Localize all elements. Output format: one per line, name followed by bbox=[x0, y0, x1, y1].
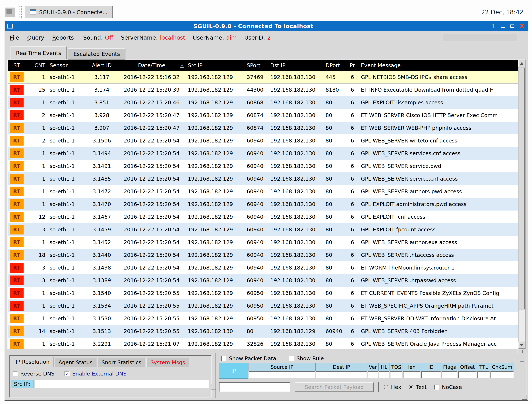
event-cell-src_ip: 192.168.182.129 bbox=[186, 96, 245, 109]
event-row[interactable]: RT3so-eth1-13.14592016-12-22 15:20:54192… bbox=[8, 223, 518, 236]
column-header-sport[interactable]: SPort bbox=[245, 60, 268, 71]
event-cell-dst_ip: 192.168.182.130 bbox=[268, 249, 323, 261]
hex-option[interactable]: Hex bbox=[384, 384, 401, 390]
rollup-button[interactable]: ↑ bbox=[491, 23, 496, 29]
event-row[interactable]: RT3so-eth1-13.13892016-12-22 15:20:54192… bbox=[8, 274, 518, 287]
tab-ip-resolution[interactable]: IP Resolution bbox=[12, 357, 53, 367]
window-menu-icon[interactable] bbox=[7, 24, 13, 28]
event-cell-alert_id: 3.907 bbox=[86, 122, 118, 134]
event-row[interactable]: RT1so-eth1-13.14912016-12-22 15:20:54192… bbox=[8, 160, 518, 172]
window-titlebar[interactable]: SGUIL-0.9.0 - Connected To localhost ↑ X bbox=[5, 21, 528, 31]
desktop-pager-icon[interactable] bbox=[5, 7, 15, 17]
event-row[interactable]: RT12so-eth1-13.14672016-12-22 15:20:5419… bbox=[8, 210, 518, 223]
tab-escalated-events[interactable]: Escalated Events bbox=[68, 48, 126, 59]
tab-system-msgs[interactable]: System Msgs bbox=[146, 358, 189, 367]
tab-realtime-events[interactable]: RealTime Events bbox=[11, 46, 67, 59]
hex-radio[interactable] bbox=[384, 385, 388, 390]
maximize-button[interactable] bbox=[510, 25, 514, 28]
event-cell-dst_ip: 192.168.182.130 bbox=[268, 210, 323, 223]
column-header-datetime[interactable]: Date/Time △ bbox=[118, 60, 186, 71]
status-badge: RT bbox=[10, 326, 24, 336]
text-option[interactable]: Text bbox=[409, 384, 427, 390]
sort-ascending-icon[interactable]: △ bbox=[180, 63, 184, 68]
event-row[interactable]: RT1so-eth1-13.15402016-12-22 15:20:55192… bbox=[8, 287, 518, 300]
show-packet-data-option[interactable]: Show Packet Data bbox=[221, 355, 276, 362]
nocase-option[interactable]: NoCase bbox=[434, 384, 462, 390]
src-ip-input[interactable] bbox=[35, 380, 209, 388]
reverse-dns-option[interactable]: Reverse DNS bbox=[13, 371, 54, 377]
window-resize-grip[interactable] bbox=[522, 395, 527, 400]
scroll-up-button[interactable] bbox=[518, 60, 525, 67]
minimize-button[interactable] bbox=[501, 27, 505, 28]
event-row[interactable]: RT1so-eth1-13.1172016-12-22 15:16:32192.… bbox=[8, 71, 518, 84]
taskbar-handle[interactable] bbox=[19, 6, 22, 19]
event-row[interactable]: RT1so-eth1-13.15342016-12-22 15:20:55192… bbox=[8, 300, 518, 312]
search-packet-payload-button[interactable]: Search Packet Payload bbox=[295, 382, 374, 392]
external-dns-checkbox[interactable]: ✓ bbox=[64, 371, 70, 376]
event-row[interactable]: RT3so-eth1-13.14382016-12-22 15:20:54192… bbox=[8, 261, 518, 274]
show-packet-data-checkbox[interactable] bbox=[221, 356, 226, 361]
ip-header-flags: Flags bbox=[441, 363, 458, 371]
event-cell-st: RT bbox=[8, 71, 26, 83]
panel-sash-grip[interactable] bbox=[211, 384, 216, 390]
packet-panel-grip[interactable] bbox=[520, 357, 524, 362]
column-header-message[interactable]: Event Message bbox=[359, 60, 518, 71]
event-row[interactable]: RT1so-eth1-13.14522016-12-22 15:20:54192… bbox=[8, 236, 518, 249]
event-row[interactable]: RT2so-eth1-13.15062016-12-22 15:20:54192… bbox=[8, 134, 518, 147]
menu-file[interactable]: File bbox=[10, 34, 19, 41]
column-header-sensor[interactable]: Sensor bbox=[47, 60, 86, 71]
status-badge: RT bbox=[10, 98, 24, 107]
event-row[interactable]: RT2so-eth1-13.9282016-12-22 15:20:47192.… bbox=[8, 109, 518, 122]
event-cell-sport: 60940 bbox=[245, 172, 268, 185]
scrollbar-thumb[interactable] bbox=[519, 68, 525, 309]
event-cell-sensor: so-eth1-1 bbox=[47, 338, 86, 349]
userid-value: 2 bbox=[267, 34, 271, 41]
column-header-dport[interactable]: DPort bbox=[323, 60, 346, 71]
event-cell-src_ip: 192.168.182.129 bbox=[186, 287, 245, 300]
column-header-cnt[interactable]: CNT bbox=[26, 60, 47, 71]
column-header-st[interactable]: ST bbox=[8, 60, 26, 71]
text-radio[interactable] bbox=[409, 385, 413, 390]
tab-agent-status[interactable]: Agent Status bbox=[55, 358, 96, 367]
external-dns-option[interactable]: ✓ Enable External DNS bbox=[64, 371, 127, 377]
event-row[interactable]: RT1so-eth1-13.22912016-12-22 15:21:07192… bbox=[8, 338, 518, 349]
event-cell-cnt: 1 bbox=[26, 160, 47, 172]
payload-search-input[interactable] bbox=[219, 382, 290, 392]
column-header-srcip[interactable]: Src IP bbox=[186, 60, 245, 71]
event-cell-src_ip: 192.168.182.129 bbox=[186, 185, 245, 198]
event-row[interactable]: RT1so-eth1-13.9072016-12-22 15:20:47192.… bbox=[8, 122, 518, 134]
close-button[interactable]: X bbox=[520, 23, 524, 29]
column-header-pr[interactable]: Pr bbox=[346, 60, 359, 71]
tab-snort-statistics[interactable]: Snort Statistics bbox=[97, 358, 145, 367]
nocase-checkbox[interactable] bbox=[434, 384, 439, 390]
event-cell-sensor: so-eth1-1 bbox=[47, 300, 86, 312]
taskbar-window-button[interactable]: SGUIL-0.9.0 - Connecte... bbox=[25, 6, 113, 18]
ip-field-value bbox=[458, 371, 477, 378]
event-row[interactable]: RT18so-eth1-13.14402016-12-22 15:20:5419… bbox=[8, 249, 518, 261]
event-row[interactable]: RT1so-eth1-13.14942016-12-22 15:20:54192… bbox=[8, 147, 518, 160]
event-row[interactable]: RT1so-eth1-13.14702016-12-22 15:20:54192… bbox=[8, 198, 518, 210]
show-rule-option[interactable]: Show Rule bbox=[289, 355, 324, 362]
scroll-down-button[interactable] bbox=[518, 342, 525, 349]
event-row[interactable]: RT1so-eth1-13.15302016-12-22 15:20:55192… bbox=[8, 312, 518, 325]
show-rule-checkbox[interactable] bbox=[289, 356, 294, 361]
desktop: SGUIL-0.9.0 - Connecte... 22 Dec, 18:42 … bbox=[0, 0, 532, 404]
event-row[interactable]: RT14so-eth1-13.15132016-12-22 15:20:5519… bbox=[8, 325, 518, 338]
menu-query[interactable]: Query bbox=[27, 34, 44, 41]
event-row[interactable]: RT25so-eth1-13.1742016-12-22 15:20:39192… bbox=[8, 84, 518, 96]
vertical-scrollbar[interactable] bbox=[518, 60, 525, 349]
down-arrow-icon bbox=[520, 344, 524, 346]
event-row[interactable]: RT1so-eth1-13.14852016-12-22 15:20:54192… bbox=[8, 172, 518, 185]
column-header-dstip[interactable]: Dst IP bbox=[268, 60, 323, 71]
event-cell-dport: 80 bbox=[323, 122, 346, 134]
event-cell-sport: 32826 bbox=[245, 338, 268, 349]
scrollbar-trough[interactable] bbox=[518, 67, 525, 342]
column-header-alertid[interactable]: Alert ID bbox=[86, 60, 118, 71]
event-cell-msg: GPL WEB_SERVER service.cnf access bbox=[359, 172, 518, 185]
event-row[interactable]: RT1so-eth1-13.14722016-12-22 15:20:54192… bbox=[8, 185, 518, 198]
menu-reports[interactable]: Reports bbox=[52, 34, 74, 41]
event-row[interactable]: RT1so-eth1-13.8512016-12-22 15:20:46192.… bbox=[8, 96, 518, 109]
event-cell-pr: 6 bbox=[346, 84, 359, 96]
event-cell-datetime: 2016-12-22 15:20:54 bbox=[118, 261, 186, 274]
reverse-dns-checkbox[interactable] bbox=[13, 371, 18, 376]
